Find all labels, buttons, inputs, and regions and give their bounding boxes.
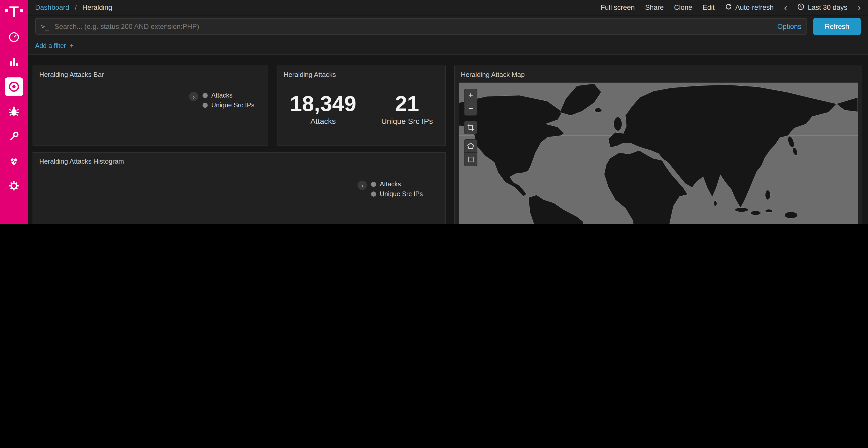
metric-label: Attacks [311, 117, 336, 126]
panel-title: Heralding Attacks [277, 66, 445, 80]
legend-label: Unique Src IPs [380, 191, 423, 198]
time-back-chevron[interactable]: ‹ [784, 3, 787, 12]
world-map[interactable]: + − Count [459, 82, 858, 224]
logo-dot [5, 9, 8, 12]
panel-attacks-metric: Heralding Attacks 18,349 Attacks 21 Uniq… [277, 66, 446, 145]
search-row: >_ Options Refresh [28, 15, 868, 37]
plus-icon: + [70, 42, 74, 49]
world-map-svg [459, 82, 858, 224]
fullscreen-button[interactable]: Full screen [601, 4, 635, 11]
time-range-label: Last 30 days [808, 4, 847, 11]
map-draw-rectangle-button[interactable] [464, 153, 477, 166]
wrench-icon [8, 130, 20, 142]
top-menu: Full screen Share Clone Edit Auto-refres… [601, 3, 861, 12]
chart-legend: › Attacks Unique Src IPs [189, 92, 254, 109]
gear-icon [8, 180, 20, 192]
sidebar-item-honeypots[interactable] [5, 102, 23, 121]
attacks-histogram-chart [38, 167, 358, 224]
breadcrumb-current: Heralding [83, 4, 113, 11]
metric-value: 18,349 [290, 92, 356, 115]
gauge-icon [8, 31, 20, 43]
sidebar: T [0, 0, 28, 224]
panel-attacks-bar: Heralding Attacks Bar › Attacks Unique S… [33, 66, 268, 145]
time-forward-chevron[interactable]: › [858, 3, 861, 12]
terminal-prompt-icon: >_ [41, 23, 49, 30]
auto-refresh-button[interactable]: Auto-refresh [725, 3, 774, 12]
sidebar-item-health[interactable] [5, 152, 23, 170]
metric-attacks: 18,349 Attacks [290, 92, 356, 126]
legend-toggle-icon[interactable]: › [358, 181, 367, 190]
square-icon [467, 156, 474, 163]
legend-color-dot [203, 93, 208, 98]
legend-color-dot [371, 182, 376, 187]
legend-label: Attacks [380, 181, 401, 188]
panel-attack-map: Heralding Attack Map [454, 66, 862, 224]
metric-value: 21 [395, 92, 419, 115]
legend-item[interactable]: Attacks [203, 92, 254, 99]
metric-body: 18,349 Attacks 21 Unique Src IPs [277, 80, 445, 137]
app-root: T [0, 0, 868, 224]
sidebar-item-dashboards[interactable] [5, 77, 23, 96]
options-link[interactable]: Options [777, 23, 801, 30]
target-icon [8, 80, 20, 93]
refresh-cycle-icon [725, 3, 732, 12]
clock-icon [798, 3, 805, 12]
legend-toggle-icon[interactable]: › [189, 92, 198, 101]
pentagon-icon [467, 142, 474, 150]
attacks-bar-chart [38, 84, 189, 128]
clone-button[interactable]: Clone [674, 4, 692, 11]
metric-label: Unique Src IPs [381, 117, 433, 126]
edit-button[interactable]: Edit [703, 4, 715, 11]
time-range-picker[interactable]: Last 30 days [798, 3, 847, 12]
telekom-logo[interactable]: T [5, 4, 23, 28]
map-controls: + − [464, 89, 477, 166]
panel-title: Heralding Attack Map [455, 66, 862, 80]
map-draw-polygon-button[interactable] [464, 139, 477, 153]
logo-letter: T [9, 4, 19, 20]
panel-attacks-histogram: Heralding Attacks Histogram Timestamp › … [33, 152, 446, 224]
heart-pulse-icon [8, 155, 20, 167]
refresh-button[interactable]: Refresh [813, 18, 861, 35]
map-zoom-in-button[interactable]: + [464, 89, 477, 102]
panel-title: Heralding Attacks Histogram [33, 153, 445, 167]
legend-label: Unique Src IPs [211, 102, 254, 109]
panel-title: Heralding Attacks Bar [33, 66, 268, 80]
bug-icon [8, 105, 20, 118]
breadcrumb-separator: / [75, 4, 77, 11]
legend-color-dot [371, 192, 376, 197]
share-button[interactable]: Share [645, 4, 664, 11]
metric-unique-src-ips: 21 Unique Src IPs [381, 92, 433, 126]
legend-label: Attacks [211, 92, 232, 99]
crop-icon [467, 124, 474, 131]
query-bar: >_ Options [35, 18, 807, 35]
legend-item[interactable]: Attacks [371, 181, 423, 188]
logo-dot [20, 9, 23, 12]
main-area: Dashboard / Heralding Full screen Share … [28, 0, 868, 224]
bar-chart-icon [8, 56, 20, 68]
sidebar-item-gauge[interactable] [5, 28, 23, 46]
sidebar-item-charts[interactable] [5, 53, 23, 71]
breadcrumb-dashboard-link[interactable]: Dashboard [35, 4, 69, 11]
chart-legend: › Attacks Unique Src IPs [358, 181, 423, 224]
top-bar: Dashboard / Heralding Full screen Share … [28, 0, 868, 15]
legend-item[interactable]: Unique Src IPs [203, 102, 254, 109]
add-filter-link[interactable]: Add a filter + [35, 42, 74, 49]
auto-refresh-label: Auto-refresh [735, 4, 774, 11]
sidebar-item-settings[interactable] [5, 176, 23, 195]
search-input[interactable] [54, 22, 772, 31]
map-zoom-out-button[interactable]: − [464, 102, 477, 115]
map-crop-button[interactable] [464, 121, 477, 134]
add-filter-label: Add a filter [35, 42, 66, 49]
legend-color-dot [203, 103, 208, 108]
sidebar-item-tools[interactable] [5, 127, 23, 145]
filter-bar: Add a filter + [28, 37, 868, 55]
legend-item[interactable]: Unique Src IPs [371, 191, 423, 198]
breadcrumb: Dashboard / Heralding [35, 4, 112, 11]
